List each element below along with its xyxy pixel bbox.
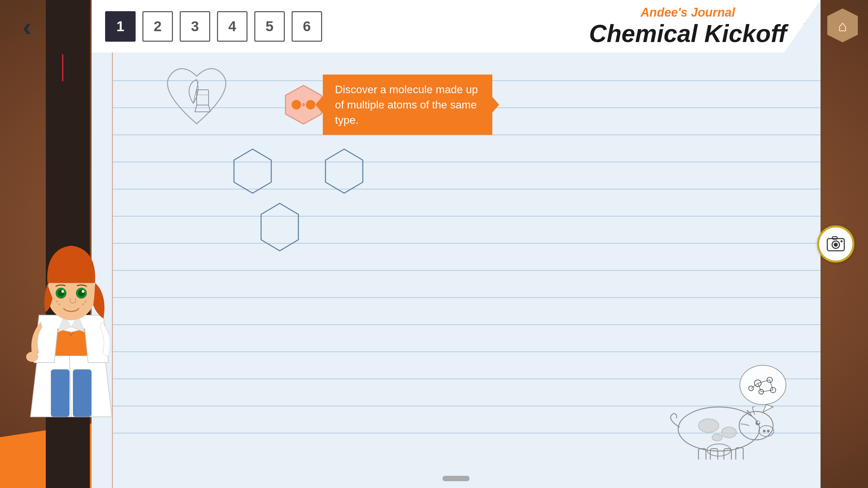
svg-point-46 xyxy=(61,290,64,293)
cow-svg xyxy=(658,365,787,460)
journal-title-area: Andee's Journal Chemical Kickoff xyxy=(589,5,807,47)
svg-point-13 xyxy=(698,419,719,432)
tooltip-text-box: Discover a molecule made up of multiple … xyxy=(323,75,492,135)
back-button[interactable]: ‹ xyxy=(10,10,44,44)
svg-point-7 xyxy=(306,100,315,109)
svg-point-27 xyxy=(740,365,786,405)
svg-marker-9 xyxy=(234,149,271,193)
paper-line-11 xyxy=(112,351,821,352)
journal-area: 1 2 3 4 5 6 Andee's Journal Chemical Kic… xyxy=(92,0,821,488)
tab-2[interactable]: 2 xyxy=(142,11,173,42)
svg-point-51 xyxy=(84,301,86,303)
svg-point-52 xyxy=(82,303,84,305)
svg-point-50 xyxy=(54,298,55,300)
home-button[interactable]: ⌂ xyxy=(824,7,861,45)
paper-line-6 xyxy=(112,216,821,217)
svg-rect-39 xyxy=(73,369,92,417)
paper-line-5 xyxy=(112,189,821,189)
journal-title: Chemical Kickoff xyxy=(589,20,787,47)
svg-point-47 xyxy=(82,290,84,293)
tab-4[interactable]: 4 xyxy=(217,11,248,42)
svg-marker-11 xyxy=(261,203,298,251)
svg-point-48 xyxy=(56,301,58,303)
svg-text:⌂: ⌂ xyxy=(838,18,847,34)
tooltip-right-arrow xyxy=(491,95,499,114)
home-hex-icon: ⌂ xyxy=(824,7,861,44)
character-svg xyxy=(20,224,122,427)
svg-point-6 xyxy=(292,100,301,109)
journal-subtitle: Andee's Journal xyxy=(589,5,787,20)
svg-rect-3 xyxy=(197,90,209,105)
tab-3[interactable]: 3 xyxy=(180,11,210,42)
svg-rect-25 xyxy=(736,448,743,460)
character xyxy=(20,224,122,427)
nav-bar: 1 2 3 4 5 6 Andee's Journal Chemical Kic… xyxy=(92,0,821,53)
svg-point-21 xyxy=(757,421,760,423)
hexagon-1 xyxy=(227,146,278,197)
hex-row-1 xyxy=(227,146,370,197)
tab-6[interactable]: 6 xyxy=(292,11,322,42)
hexagon-2 xyxy=(319,146,370,197)
paper-line-4 xyxy=(112,162,821,162)
heart-svg xyxy=(159,59,234,134)
tab-5[interactable]: 5 xyxy=(254,11,285,42)
svg-point-49 xyxy=(58,303,60,305)
svg-point-8 xyxy=(302,103,305,106)
tab-1[interactable]: 1 xyxy=(105,11,136,42)
tooltip-text: Discover a molecule made up of multiple … xyxy=(335,83,478,126)
tooltip-arrow xyxy=(315,95,323,114)
nav-right-arrow[interactable]: › xyxy=(803,13,810,40)
screenshot-button[interactable] xyxy=(817,225,854,263)
svg-point-18 xyxy=(763,430,766,432)
svg-rect-38 xyxy=(51,369,70,417)
hexagon-3 xyxy=(254,200,305,254)
svg-point-15 xyxy=(712,434,722,441)
svg-point-53 xyxy=(26,352,38,362)
paper-line-7 xyxy=(112,243,821,244)
heart-illustration xyxy=(159,59,234,135)
svg-point-14 xyxy=(722,427,736,438)
paper-line-8 xyxy=(112,270,821,271)
sidebar-accent xyxy=(62,54,63,81)
paper-line-10 xyxy=(112,324,821,325)
svg-point-58 xyxy=(841,240,843,242)
back-arrow-icon: ‹ xyxy=(23,12,32,43)
paper-line-9 xyxy=(112,297,821,298)
svg-rect-22 xyxy=(698,449,706,460)
cow-illustration xyxy=(658,365,787,461)
svg-point-56 xyxy=(834,243,838,247)
camera-icon xyxy=(826,234,846,254)
scroll-indicator[interactable] xyxy=(442,476,470,481)
hex-row-2 xyxy=(254,200,305,256)
svg-rect-57 xyxy=(832,237,837,239)
page-tabs: 1 2 3 4 5 6 xyxy=(105,11,322,42)
tooltip-banner: Discover a molecule made up of multiple … xyxy=(281,75,492,135)
svg-point-19 xyxy=(767,430,770,432)
svg-marker-10 xyxy=(326,149,363,193)
